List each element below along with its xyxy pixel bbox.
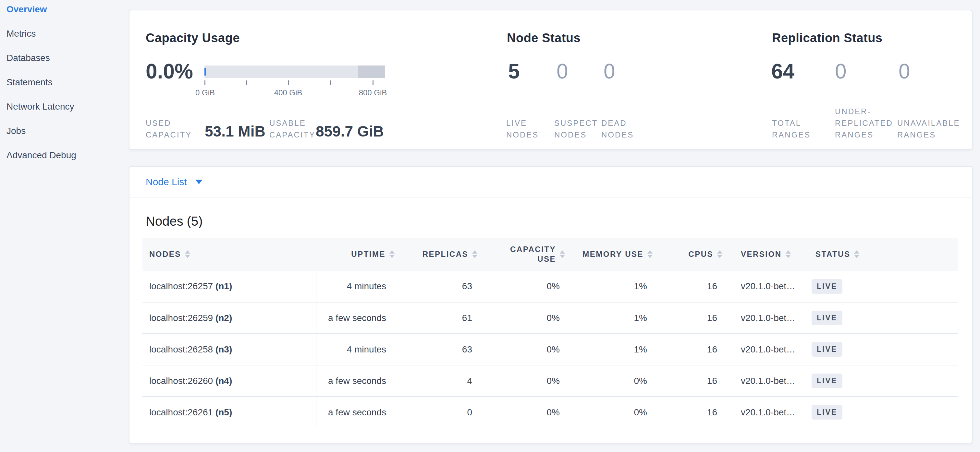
capacity-use-cell: 0% xyxy=(482,334,570,365)
column-header-label: STATUS xyxy=(816,249,850,259)
memory-use-cell: 1% xyxy=(570,334,658,365)
version-cell: v20.1.0-bet… xyxy=(727,302,802,334)
sort-arrows-icon[interactable] xyxy=(786,250,791,258)
column-header-version[interactable]: VERSION xyxy=(727,238,802,271)
cpus-cell: 16 xyxy=(658,365,727,396)
capacity-use-cell: 0% xyxy=(482,396,570,428)
axis-label-0gib: 0 GiB xyxy=(195,88,215,97)
under-replicated-ranges-count: 0 xyxy=(835,59,846,84)
table-row[interactable]: localhost:26260 (n4)a few seconds40%0%16… xyxy=(142,365,958,396)
main-content: Capacity Usage 0.0% 0 GiB 400 GiB 800 Gi… xyxy=(129,0,973,444)
uptime-cell: a few seconds xyxy=(316,396,400,428)
sidebar-item-network-latency[interactable]: Network Latency xyxy=(0,101,129,112)
axis-tick-mark xyxy=(246,81,247,85)
cpus-cell: 16 xyxy=(658,334,727,365)
suspect-nodes-count: 0 xyxy=(557,59,568,84)
cpus-cell: 16 xyxy=(658,302,727,334)
axis-tick-mark xyxy=(204,81,205,85)
chevron-down-icon xyxy=(195,180,202,184)
sidebar-item-databases[interactable]: Databases xyxy=(0,52,129,63)
uptime-cell: a few seconds xyxy=(316,302,400,334)
capacity-bar-dark-segment xyxy=(358,65,385,78)
sidebar-item-statements[interactable]: Statements xyxy=(0,77,129,88)
replicas-cell: 61 xyxy=(400,302,482,334)
sort-arrows-icon[interactable] xyxy=(648,250,652,258)
column-header-replicas[interactable]: REPLICAS xyxy=(400,238,482,271)
node-address-cell[interactable]: localhost:26258 (n3) xyxy=(142,334,316,365)
unavailable-ranges-count: 0 xyxy=(899,59,910,84)
column-header-memory-use[interactable]: MEMORY USE xyxy=(570,238,658,271)
axis-label-400gib: 400 GiB xyxy=(274,88,302,97)
sidebar-item-overview[interactable]: Overview xyxy=(0,4,129,15)
status-cell: LIVE xyxy=(802,302,958,334)
node-address-cell[interactable]: localhost:26260 (n4) xyxy=(142,365,316,396)
used-capacity-label: USED CAPACITY xyxy=(146,117,192,141)
sidebar-item-advanced-debug[interactable]: Advanced Debug xyxy=(0,150,129,161)
column-header-capacity-use[interactable]: CAPACITY USE xyxy=(482,238,570,271)
sort-arrows-icon[interactable] xyxy=(472,250,477,258)
capacity-usage-bar-chart xyxy=(204,65,385,78)
version-cell: v20.1.0-bet… xyxy=(727,396,802,428)
status-badge: LIVE xyxy=(811,279,842,294)
node-address-cell[interactable]: localhost:26261 (n5) xyxy=(142,396,316,428)
sort-arrows-icon[interactable] xyxy=(717,250,722,258)
node-list-header-bar: Node List xyxy=(129,167,972,197)
sort-arrows-icon[interactable] xyxy=(185,250,190,258)
memory-use-cell: 1% xyxy=(570,302,658,334)
status-cell: LIVE xyxy=(802,334,958,365)
column-header-label: VERSION xyxy=(741,249,782,259)
version-cell: v20.1.0-bet… xyxy=(727,365,802,396)
uptime-cell: a few seconds xyxy=(316,365,400,396)
sidebar-nav: OverviewMetricsDatabasesStatementsNetwor… xyxy=(0,0,129,452)
sort-arrows-icon[interactable] xyxy=(390,250,395,258)
table-row[interactable]: localhost:26258 (n3)4 minutes630%1%16v20… xyxy=(142,334,958,365)
sidebar-item-metrics[interactable]: Metrics xyxy=(0,28,129,39)
table-row[interactable]: localhost:26261 (n5)a few seconds00%0%16… xyxy=(142,396,958,428)
cpus-cell: 16 xyxy=(658,396,727,428)
table-row[interactable]: localhost:26259 (n2)a few seconds610%1%1… xyxy=(142,302,958,334)
node-id: (n5) xyxy=(215,407,232,417)
status-badge: LIVE xyxy=(811,311,842,325)
live-nodes-label: LIVE NODES xyxy=(506,117,539,141)
node-list-dropdown[interactable]: Node List xyxy=(146,176,202,187)
capacity-bar-used-indicator xyxy=(204,68,206,76)
capacity-use-cell: 0% xyxy=(482,271,570,302)
cpus-cell: 16 xyxy=(658,271,727,302)
usable-capacity-value: 859.7 GiB xyxy=(316,122,384,140)
sort-arrows-icon[interactable] xyxy=(560,250,565,258)
sort-arrows-icon[interactable] xyxy=(854,250,859,258)
axis-tick-mark xyxy=(372,81,374,85)
column-header-uptime[interactable]: UPTIME xyxy=(316,238,400,271)
column-header-cpus[interactable]: CPUS xyxy=(658,238,727,271)
node-address: localhost:26261 xyxy=(149,407,215,417)
column-header-label: CPUS xyxy=(688,249,713,259)
column-header-status[interactable]: STATUS xyxy=(802,238,958,271)
column-header-label: CAPACITY USE xyxy=(510,244,556,264)
live-nodes-count: 5 xyxy=(508,59,520,84)
unavailable-ranges-label: UNAVAILABLE RANGES xyxy=(897,117,960,141)
node-id: (n3) xyxy=(215,344,232,354)
node-list-card: Node List Nodes (5) NODESUPTIMEREPLICASC… xyxy=(129,166,972,444)
node-id: (n4) xyxy=(215,376,232,386)
replicas-cell: 63 xyxy=(400,334,482,365)
status-badge: LIVE xyxy=(811,405,842,420)
capacity-use-cell: 0% xyxy=(482,302,570,334)
total-ranges-count: 64 xyxy=(772,59,794,84)
sidebar-item-jobs[interactable]: Jobs xyxy=(0,125,129,136)
axis-tick-mark xyxy=(288,81,289,85)
node-address-cell[interactable]: localhost:26257 (n1) xyxy=(142,271,316,302)
total-ranges-label: TOTAL RANGES xyxy=(772,117,811,141)
node-list-dropdown-label: Node List xyxy=(146,176,187,187)
axis-tick-mark xyxy=(330,81,331,85)
memory-use-cell: 0% xyxy=(570,365,658,396)
uptime-cell: 4 minutes xyxy=(316,334,400,365)
nodes-table: NODESUPTIMEREPLICASCAPACITY USEMEMORY US… xyxy=(142,238,958,428)
column-header-nodes[interactable]: NODES xyxy=(142,238,316,271)
status-cell: LIVE xyxy=(802,365,958,396)
node-address: localhost:26259 xyxy=(149,313,215,323)
replicas-cell: 0 xyxy=(400,396,482,428)
status-cell: LIVE xyxy=(802,396,958,428)
node-address: localhost:26260 xyxy=(149,376,215,386)
node-address-cell[interactable]: localhost:26259 (n2) xyxy=(142,302,316,334)
table-row[interactable]: localhost:26257 (n1)4 minutes630%1%16v20… xyxy=(142,271,958,302)
